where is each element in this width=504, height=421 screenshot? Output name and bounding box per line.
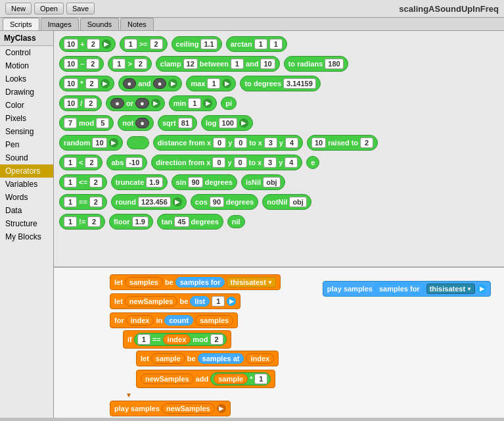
tab-notes[interactable]: Notes bbox=[120, 18, 154, 30]
tab-images[interactable]: Images bbox=[41, 18, 79, 30]
bool-true-block[interactable] bbox=[127, 136, 149, 149]
dir-x1[interactable]: 0 bbox=[212, 157, 225, 168]
dist-y2[interactable]: 4 bbox=[285, 137, 298, 148]
play-right-block[interactable]: play samples samples for thisisatest ▶ bbox=[323, 281, 491, 297]
to-degrees-block[interactable]: to degrees 3.14159 bbox=[240, 76, 320, 91]
raised-base[interactable]: 10 bbox=[311, 137, 326, 148]
sidebar-item-pixels[interactable]: Pixels bbox=[0, 112, 53, 125]
lte-block[interactable]: 1 <= 2 bbox=[59, 174, 107, 190]
thisisatest-dropdown-2[interactable]: thisisatest bbox=[426, 284, 475, 294]
save-button[interactable]: Save bbox=[66, 3, 95, 14]
max-val[interactable]: 1 bbox=[207, 78, 220, 89]
log-val[interactable]: 100 bbox=[219, 118, 237, 128]
let-samples-block[interactable]: let samples be samples for thisisatest bbox=[110, 274, 281, 290]
if-left[interactable]: 1 bbox=[137, 334, 150, 345]
clamp-block[interactable]: clamp 12 between 1 and 10 bbox=[156, 56, 280, 72]
to-radians-block[interactable]: to radians 180 bbox=[284, 56, 348, 72]
sin-block[interactable]: sin 90 degrees bbox=[172, 174, 237, 190]
tab-sounds[interactable]: Sounds bbox=[80, 18, 119, 30]
sidebar-item-motion[interactable]: Motion bbox=[0, 59, 53, 72]
arctan-block[interactable]: arctan 1 1 bbox=[226, 36, 287, 52]
dir-y2[interactable]: 4 bbox=[285, 157, 298, 168]
isnil-block[interactable]: isNil obj bbox=[241, 174, 285, 190]
random-block[interactable]: random 10 ▶ bbox=[59, 135, 123, 151]
lt-block[interactable]: 1 < 2 bbox=[59, 155, 103, 170]
mod-block[interactable]: 7 mod 5 bbox=[59, 115, 114, 131]
newsamples-add-block[interactable]: newSamples add sample * 1 bbox=[136, 370, 281, 388]
gte-right[interactable]: 2 bbox=[150, 39, 163, 49]
lte-right[interactable]: 2 bbox=[89, 177, 103, 187]
floor-val[interactable]: 1.9 bbox=[132, 216, 149, 227]
add-block-script[interactable]: newSamples add sample * 1 bbox=[136, 370, 275, 388]
for-block[interactable]: for index in count samples bbox=[110, 312, 281, 328]
play-samples-block[interactable]: play samples newSamples ▶ bbox=[110, 401, 281, 416]
add-left[interactable]: 10 bbox=[64, 39, 78, 49]
mod-left[interactable]: 7 bbox=[64, 118, 77, 128]
let-sample-block[interactable]: let sample be samples at index bbox=[136, 351, 281, 366]
dist-y1[interactable]: 0 bbox=[234, 137, 247, 148]
tan-val[interactable]: 45 bbox=[174, 216, 189, 227]
truncate-val[interactable]: 1.9 bbox=[146, 177, 162, 187]
distance-block[interactable]: distance from x 0 y 0 to x 3 y 4 bbox=[153, 135, 303, 151]
cos-val[interactable]: 90 bbox=[210, 197, 224, 207]
open-button[interactable]: Open bbox=[34, 3, 64, 14]
neq-left[interactable]: 1 bbox=[64, 216, 77, 227]
arctan-y[interactable]: 1 bbox=[269, 39, 283, 49]
let-newsamples-block[interactable]: let newSamples be list 1 ▶ bbox=[110, 293, 281, 309]
play-samples-for-block[interactable]: play samples samples for thisisatest ▶ bbox=[323, 281, 491, 297]
log-block[interactable]: log 100 ▶ bbox=[201, 115, 253, 131]
to-radians-val[interactable]: 180 bbox=[325, 59, 343, 69]
thisisatest-dropdown[interactable]: thisisatest bbox=[227, 277, 275, 287]
truncate-block[interactable]: truncate 1.9 bbox=[111, 174, 168, 190]
abs-block[interactable]: abs -10 bbox=[106, 155, 147, 170]
not-block[interactable]: not ● bbox=[118, 115, 154, 131]
ceiling-val[interactable]: 1.1 bbox=[200, 39, 217, 49]
max-block[interactable]: max 1 ▶ bbox=[186, 76, 236, 91]
gt-block[interactable]: 1 > 2 bbox=[108, 56, 151, 72]
sidebar-item-words[interactable]: Words bbox=[0, 191, 53, 204]
lt-left[interactable]: 1 bbox=[64, 157, 77, 168]
sin-val[interactable]: 90 bbox=[188, 177, 202, 187]
mod-right[interactable]: 5 bbox=[96, 118, 109, 128]
min-val[interactable]: 1 bbox=[188, 98, 201, 109]
dir-y1[interactable]: 0 bbox=[234, 157, 247, 168]
sub-block[interactable]: 10 – 2 bbox=[59, 56, 104, 72]
div-left[interactable]: 10 bbox=[64, 98, 78, 109]
if-header[interactable]: if 1 == index mod 2 bbox=[123, 330, 231, 349]
sidebar-item-sensing[interactable]: Sensing bbox=[0, 125, 53, 138]
sqrt-block[interactable]: sqrt 81 bbox=[158, 115, 197, 131]
direction-block[interactable]: direction from x 0 y 0 to x 3 y 4 bbox=[151, 155, 302, 170]
play-block[interactable]: play samples newSamples ▶ bbox=[110, 401, 231, 416]
sidebar-item-operators[interactable]: Operators bbox=[0, 164, 53, 178]
for-header[interactable]: for index in count samples bbox=[110, 312, 238, 328]
dir-x2[interactable]: 3 bbox=[263, 157, 277, 168]
sidebar-item-data[interactable]: Data bbox=[0, 204, 53, 217]
neq-right[interactable]: 2 bbox=[87, 216, 101, 227]
gte-left[interactable]: 1 bbox=[124, 39, 137, 49]
let-block-2[interactable]: let newSamples be list 1 ▶ bbox=[110, 293, 241, 309]
let-block-3[interactable]: let sample be samples at index bbox=[136, 351, 279, 366]
gt-right[interactable]: 2 bbox=[134, 59, 147, 69]
if-block[interactable]: if 1 == index mod 2 bbox=[123, 330, 281, 349]
lt-right[interactable]: 2 bbox=[85, 157, 98, 168]
and-block[interactable]: ● and ● ▶ bbox=[118, 76, 183, 91]
sidebar-item-pen[interactable]: Pen bbox=[0, 138, 53, 151]
random-val[interactable]: 10 bbox=[92, 137, 106, 148]
notnil-val[interactable]: obj bbox=[289, 197, 307, 207]
div-block[interactable]: 10 / 2 bbox=[59, 95, 102, 111]
pi-block[interactable]: pi bbox=[221, 97, 237, 110]
div-right[interactable]: 2 bbox=[84, 98, 97, 109]
sidebar-item-structure[interactable]: Structure bbox=[0, 217, 53, 230]
list-val[interactable]: 1 bbox=[212, 296, 225, 307]
clamp-high[interactable]: 10 bbox=[260, 59, 275, 69]
sidebar-item-control[interactable]: Control bbox=[0, 46, 53, 59]
gte-block[interactable]: 1 >= 2 bbox=[120, 36, 168, 52]
new-button[interactable]: New bbox=[5, 3, 32, 14]
gt-left[interactable]: 1 bbox=[112, 59, 126, 69]
mul-right[interactable]: 2 bbox=[85, 78, 99, 89]
eq-block[interactable]: 1 == 2 bbox=[59, 194, 107, 210]
lte-left[interactable]: 1 bbox=[64, 177, 77, 187]
dist-x2[interactable]: 3 bbox=[264, 137, 277, 148]
add-block[interactable]: 10 + 2 ▶ bbox=[59, 36, 116, 52]
to-degrees-val[interactable]: 3.14159 bbox=[283, 78, 316, 89]
